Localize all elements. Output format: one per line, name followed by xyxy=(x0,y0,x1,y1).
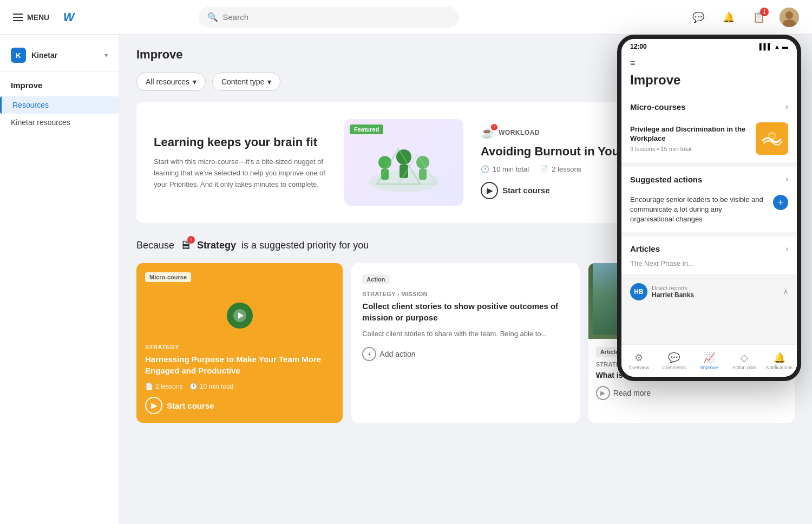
add-action-button[interactable]: + Add action xyxy=(362,347,415,361)
mobile-status-bar: 12:00 ▌▌▌ ▲ ▬ xyxy=(621,39,797,54)
org-icon: K xyxy=(11,48,26,63)
search-bar[interactable]: 🔍 xyxy=(199,6,459,28)
read-more-button[interactable]: ▶ Read more xyxy=(596,386,651,400)
chevron-up-icon: ∧ xyxy=(783,288,788,296)
card-title: Collect client stories to show positive … xyxy=(362,300,568,323)
chat-icon: 💬 xyxy=(692,11,704,23)
wifi-icon: ▲ xyxy=(774,43,780,50)
notifications-button[interactable]: 🔔 xyxy=(719,8,738,27)
user-avatar[interactable] xyxy=(780,8,799,27)
svg-rect-9 xyxy=(419,169,427,180)
sidebar-section: Improve xyxy=(0,72,119,96)
featured-heading: Learning keeps your brain fit xyxy=(154,135,327,150)
mobile-course-name: Privilege and Discrimination in the Work… xyxy=(630,125,749,143)
course-circle-icon xyxy=(227,303,253,329)
inbox-button[interactable]: 📋 1 xyxy=(749,8,769,27)
lessons-icon: 📄 xyxy=(540,165,548,173)
improve-icon: 📈 xyxy=(703,352,715,364)
featured-badge: Featured xyxy=(350,125,383,134)
mobile-section-title: Micro-courses xyxy=(630,102,686,112)
microcourse-card[interactable]: Micro-course STRATEGY Harnessing Purpose… xyxy=(136,263,343,423)
workload-label: WORKLOAD xyxy=(499,129,540,136)
card-breadcrumb: STRATEGY › MISSION xyxy=(362,291,568,297)
mobile-user-avatar: HB xyxy=(630,283,647,300)
chevron-down-icon: ▾ xyxy=(193,77,197,86)
mobile-hamburger-icon[interactable]: ≡ xyxy=(630,58,635,68)
action-plan-icon: ◇ xyxy=(741,352,748,364)
sidebar-item-kinetar-resources[interactable]: Kinetar resources xyxy=(0,114,119,131)
chevron-down-icon: ▾ xyxy=(104,51,108,59)
mobile-suggested-actions-header: Suggested actions › xyxy=(621,167,797,189)
app-logo: W xyxy=(58,6,80,28)
notifications-icon: 🔔 xyxy=(774,352,785,364)
inbox-badge: 1 xyxy=(760,8,769,16)
mobile-suggested-actions-title: Suggested actions xyxy=(630,175,702,184)
course-lessons: 📄 2 lessons xyxy=(540,165,581,173)
start-course-button[interactable]: ▶ Start course xyxy=(481,182,550,199)
menu-label: MENU xyxy=(27,13,49,22)
chat-button[interactable]: 💬 xyxy=(689,8,708,27)
org-selector[interactable]: K Kinetar ▾ xyxy=(0,43,119,72)
mobile-nav-notifications[interactable]: 🔔 Notifications xyxy=(762,352,797,370)
clock-icon: 🕐 xyxy=(481,165,489,173)
card-tag: Micro-course xyxy=(145,272,191,282)
mobile-course-text: Privilege and Discrimination in the Work… xyxy=(630,125,749,152)
menu-button[interactable]: MENU xyxy=(13,13,49,22)
card-meta: 📄 2 lessons 🕐 10 min total xyxy=(145,383,334,390)
card-description: Collect client stories to share with the… xyxy=(362,329,568,339)
lessons-meta: 📄 2 lessons xyxy=(145,383,183,390)
play-icon: ▶ xyxy=(481,182,498,199)
mobile-course-item[interactable]: Privilege and Discrimination in the Work… xyxy=(621,117,797,162)
featured-description: Start with this micro-course—it's a bite… xyxy=(154,156,327,190)
action-card[interactable]: Action STRATEGY › MISSION Collect client… xyxy=(351,263,579,423)
battery-icon: ▬ xyxy=(782,43,788,50)
org-name: Kinetar xyxy=(31,51,99,60)
clock-icon: 🕐 xyxy=(189,383,198,390)
mobile-header: ≡ xyxy=(621,54,797,73)
mobile-articles-title: Articles xyxy=(630,244,660,253)
hamburger-icon xyxy=(13,14,23,21)
mobile-nav-comments[interactable]: 💬 Comments xyxy=(657,352,692,370)
mobile-section-arrow[interactable]: › xyxy=(785,244,788,254)
mobile-action-text: Encourage senior leaders to be visible a… xyxy=(630,195,768,225)
mobile-action-item[interactable]: Encourage senior leaders to be visible a… xyxy=(621,189,797,232)
signal-icon: ▌▌▌ xyxy=(759,43,772,50)
search-icon: 🔍 xyxy=(207,12,218,22)
mobile-section-arrow[interactable]: › xyxy=(785,174,788,184)
mobile-section-header: Micro-courses › xyxy=(621,94,797,117)
mobile-time: 12:00 xyxy=(630,43,647,50)
mobile-nav-improve[interactable]: 📈 Improve xyxy=(692,352,727,370)
mobile-bottom-navigation: ⚙ Overview 💬 Comments 📈 Improve ◇ Action… xyxy=(621,344,797,377)
mobile-signal-icons: ▌▌▌ ▲ ▬ xyxy=(759,43,788,50)
mobile-suggested-actions-section: Suggested actions › Encourage senior lea… xyxy=(621,167,797,232)
start-course-button[interactable]: ▶ Start course xyxy=(145,397,214,414)
content-type-filter[interactable]: Content type ▾ xyxy=(212,73,280,91)
sidebar: K Kinetar ▾ Improve Resources Kinetar re… xyxy=(0,35,119,524)
mobile-user-role: Direct reports xyxy=(652,285,694,291)
mobile-course-meta: 3 lessons • 15 min total xyxy=(630,146,749,152)
featured-illustration xyxy=(366,133,442,192)
play-icon: ▶ xyxy=(145,397,162,414)
mobile-articles-header: Articles › xyxy=(621,237,797,259)
mobile-course-thumbnail: 🤝 xyxy=(756,122,788,155)
mobile-nav-overview[interactable]: ⚙ Overview xyxy=(621,352,657,370)
svg-text:🤝: 🤝 xyxy=(769,133,776,140)
sidebar-item-resources[interactable]: Resources xyxy=(0,96,119,114)
mobile-nav-action-plan[interactable]: ◇ Action plan xyxy=(726,352,762,370)
mobile-user-row: HB Direct reports Harriet Banks ∧ xyxy=(621,278,797,305)
mobile-add-button[interactable]: + xyxy=(773,195,788,210)
mobile-content: Micro-courses › Privilege and Discrimina… xyxy=(621,94,797,367)
mobile-mockup: 12:00 ▌▌▌ ▲ ▬ ≡ Improve Micro-courses › … xyxy=(617,35,801,381)
card-tag: Action xyxy=(362,274,389,284)
workload-icon: ☕ ! xyxy=(481,126,494,139)
top-navigation: MENU W 🔍 💬 🔔 📋 1 xyxy=(0,0,812,35)
mobile-articles-preview: The Next Phase in... xyxy=(621,259,797,274)
mobile-section-arrow[interactable]: › xyxy=(785,102,788,112)
mobile-user-info: Direct reports Harriet Banks xyxy=(652,285,694,299)
mobile-page-title: Improve xyxy=(621,73,797,94)
card-category: STRATEGY xyxy=(145,344,334,350)
mobile-articles-section: Articles › The Next Phase in... xyxy=(621,237,797,274)
all-resources-filter[interactable]: All resources ▾ xyxy=(136,73,206,91)
search-input[interactable] xyxy=(222,12,450,22)
duration-meta: 🕐 10 min total xyxy=(189,383,233,390)
